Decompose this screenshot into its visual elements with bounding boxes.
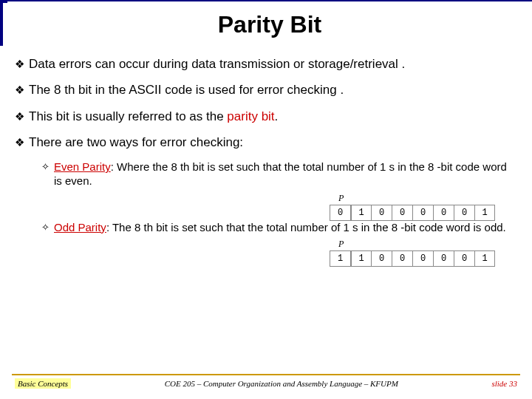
footer-slide-number: slide 33 [491, 379, 517, 388]
parity-column-label: P [338, 239, 495, 250]
sub-bullet-text: Even Parity: Where the 8 th bit is set s… [54, 160, 517, 188]
bullet-text: The 8 th bit in the ASCII code is used f… [29, 82, 517, 98]
bit-cell: 0 [392, 251, 412, 266]
bit-cell: 0 [433, 251, 454, 266]
slide-footer: Basic Concepts COE 205 – Computer Organi… [0, 378, 532, 389]
odd-parity-label: Odd Parity [54, 221, 106, 233]
parity-column-label: P [338, 193, 495, 204]
bit-cell: 0 [371, 205, 392, 220]
bit-cell: 0 [412, 205, 433, 220]
diamond-outline-icon: ✧ [41, 222, 50, 233]
bullet-item: ❖ This bit is usually referred to as the… [15, 109, 517, 124]
bit-cell: 0 [330, 205, 350, 220]
sub-bullet-text: Odd Parity: The 8 th bit is set such tha… [54, 221, 517, 235]
diamond-bullet-icon: ❖ [15, 110, 24, 124]
slide-title: Parity Bit [7, 1, 532, 47]
bit-diagram-wrap: P 1 1 0 0 0 0 0 1 [15, 239, 517, 267]
bit-cell: 1 [474, 251, 495, 266]
footer-divider [12, 374, 520, 375]
bit-cell: 0 [433, 205, 454, 220]
odd-parity-diagram: P 1 1 0 0 0 0 0 1 [330, 239, 495, 267]
bit-cell: 1 [474, 205, 495, 220]
bit-cell: 0 [371, 251, 392, 266]
bit-cell: 1 [330, 251, 350, 266]
parity-bit-red-text: parity bit [227, 109, 274, 123]
bit-table: 1 1 0 0 0 0 0 1 [330, 250, 495, 267]
bit-cell: 0 [454, 251, 474, 266]
text-fragment: This bit is usually referred to as the [29, 109, 227, 123]
sub-bullet-item: ✧ Odd Parity: The 8 th bit is set such t… [41, 221, 517, 235]
text-fragment: : Where the 8 th bit is set such that th… [54, 160, 507, 187]
bit-cell: 0 [412, 251, 433, 266]
sub-bullet-item: ✧ Even Parity: Where the 8 th bit is set… [41, 160, 517, 188]
even-parity-diagram: P 0 1 0 0 0 0 0 1 [330, 193, 495, 221]
diamond-outline-icon: ✧ [41, 161, 50, 173]
title-inner: Parity Bit [3, 3, 532, 46]
bullet-text: Data errors can occur during data transm… [29, 56, 517, 72]
text-fragment: . [275, 109, 279, 123]
bit-cell: 0 [392, 205, 412, 220]
bit-diagram-wrap: P 0 1 0 0 0 0 0 1 [15, 193, 517, 221]
bullet-text: This bit is usually referred to as the p… [29, 109, 517, 124]
footer-center: COE 205 – Computer Organization and Asse… [165, 379, 398, 388]
diamond-bullet-icon: ❖ [15, 83, 24, 98]
bullet-item: ❖ The 8 th bit in the ASCII code is used… [15, 82, 517, 98]
bit-cell: 1 [350, 251, 371, 266]
bit-table: 0 1 0 0 0 0 0 1 [330, 205, 495, 221]
bullet-item: ❖ Data errors can occur during data tran… [15, 56, 517, 72]
bullet-text: There are two ways for error checking: [29, 134, 517, 150]
title-bar: Parity Bit [0, 0, 532, 46]
diamond-bullet-icon: ❖ [15, 136, 24, 150]
even-parity-label: Even Parity [54, 160, 111, 173]
footer-left: Basic Concepts [15, 378, 71, 389]
bullet-item: ❖ There are two ways for error checking: [15, 134, 517, 150]
bit-cell: 1 [350, 205, 371, 220]
diamond-bullet-icon: ❖ [15, 58, 24, 72]
text-fragment: : The 8 th bit is set such that the tota… [106, 221, 506, 233]
content-area: ❖ Data errors can occur during data tran… [0, 46, 532, 267]
bit-cell: 0 [454, 205, 474, 220]
